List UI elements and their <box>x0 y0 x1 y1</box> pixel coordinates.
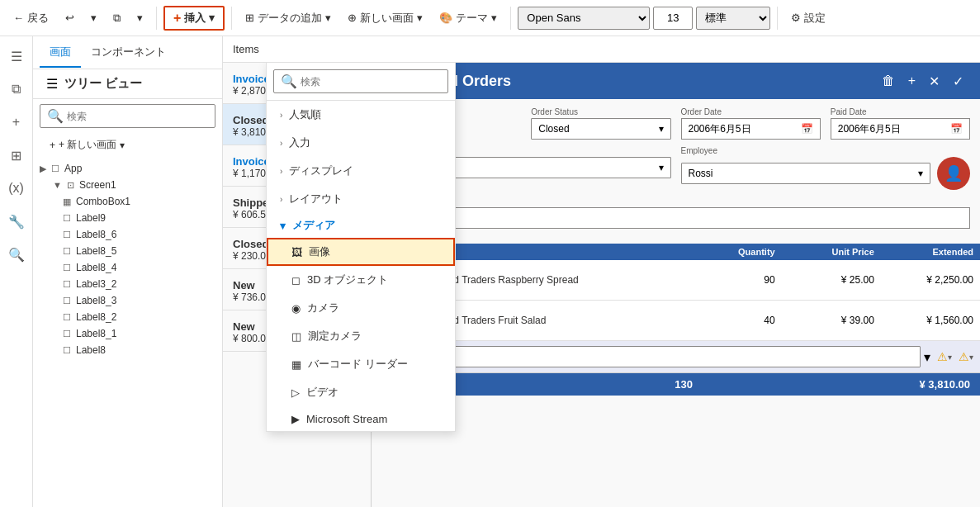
dropdown-section-media[interactable]: ▾ メディア <box>267 213 455 238</box>
tree-icon-label8-5: ☐ <box>63 246 71 257</box>
tree-item-label8-3[interactable]: ☐ Label8_3 <box>33 292 222 309</box>
new-screen-tree-btn[interactable]: + + 新しい画面 ▾ <box>40 135 215 155</box>
tree-arrow-app: ▶ <box>40 163 46 174</box>
tree-item-label8-5[interactable]: ☐ Label8_5 <box>33 243 222 259</box>
nw-confirm-btn[interactable]: ✓ <box>949 70 967 92</box>
canvas-area: Invoiced ¥ 2,870.00 › Closed ¥ 3,810.00 … <box>223 63 980 507</box>
dropdown-subitem-stream[interactable]: ▶ Microsoft Stream <box>267 406 455 431</box>
warning-icon-1: ⚠ <box>937 350 948 363</box>
new-screen-button[interactable]: ⊕ 新しい画面 ▾ <box>341 7 429 29</box>
order-status-field: Order Status Closed ▾ <box>531 107 670 140</box>
insert-button[interactable]: + 挿入 ▾ <box>163 6 225 31</box>
nw-close-btn[interactable]: ✕ <box>926 70 943 92</box>
dropdown-item-layout[interactable]: › レイアウト <box>267 185 455 213</box>
warning-chevron-1[interactable]: ▾ <box>948 353 952 362</box>
new-screen-tree-icon: + <box>50 140 55 151</box>
variables-icon-btn[interactable]: (x) <box>3 175 30 201</box>
tree-item-label8-4[interactable]: ☐ Label8_4 <box>33 259 222 276</box>
separator-1 <box>156 7 157 30</box>
product-row-2[interactable]: 🥗 Northwind Traders Fruit Salad 40 ¥ 39.… <box>372 301 980 341</box>
search-side-icon-btn[interactable]: 🔍 <box>3 241 30 268</box>
data-add-label: データの追加 <box>258 11 322 26</box>
tree-arrow-screen1: ▼ <box>53 180 62 190</box>
layers-icon-btn[interactable]: ⧉ <box>3 76 30 102</box>
font-size-input[interactable] <box>653 7 693 30</box>
dropdown-subitem-video[interactable]: ▷ ビデオ <box>267 378 455 406</box>
tab-component[interactable]: コンポーネント <box>81 38 176 68</box>
font-select[interactable]: Open Sans <box>518 7 650 30</box>
tab-screen[interactable]: 画面 <box>40 38 81 68</box>
notes-input[interactable] <box>381 207 970 229</box>
paid-date-input[interactable]: 2006年6月5日 📅 <box>831 118 970 140</box>
tree-item-combobox1[interactable]: ▦ ComboBox1 <box>33 193 222 210</box>
search-dropdown-icon[interactable]: ▾ <box>924 349 930 365</box>
dropdown-subitem-barcode[interactable]: ▦ バーコード リーダー <box>267 350 455 378</box>
tree-item-label9[interactable]: ☐ Label9 <box>33 210 222 226</box>
stream-icon: ▶ <box>291 413 300 425</box>
settings-icon: ⚙ <box>791 12 801 24</box>
separator-2 <box>231 7 232 30</box>
employee-select[interactable]: Rossi ▾ <box>681 163 931 184</box>
undo-button[interactable]: ↩ <box>59 8 81 27</box>
undo-dropdown[interactable]: ▾ <box>84 8 103 27</box>
tree-item-app[interactable]: ▶ ☐ App <box>33 160 222 177</box>
order-date-input[interactable]: 2006年6月5日 📅 <box>681 118 821 140</box>
tree-hamburger-icon[interactable]: ☰ <box>46 76 58 92</box>
dropdown-subitem-measure-camera[interactable]: ◫ 測定カメラ <box>267 322 455 350</box>
new-screen-icon: ⊕ <box>348 12 357 24</box>
tree-icon-label8-6: ☐ <box>63 230 71 240</box>
dropdown-label-layout: レイアウト <box>289 192 343 206</box>
order-status-select[interactable]: Closed ▾ <box>531 118 670 140</box>
theme-label: テーマ <box>456 11 488 26</box>
warning-chevron-2[interactable]: ▾ <box>969 353 973 362</box>
tree-item-label8-2[interactable]: ☐ Label8_2 <box>33 309 222 325</box>
nw-add-btn[interactable]: + <box>905 70 919 92</box>
add-icon-btn[interactable]: + <box>3 109 30 135</box>
paste-dropdown[interactable]: ▾ <box>130 8 149 27</box>
copy-icon: ⧉ <box>113 12 121 25</box>
tools-icon-btn[interactable]: 🔧 <box>3 208 30 235</box>
tree-icon-screen1: ⊡ <box>67 180 74 191</box>
arrow-icon-layout: › <box>280 195 282 204</box>
nw-header: Northwind Orders 🗑 + ✕ ✓ <box>372 63 980 99</box>
products-search-input[interactable] <box>378 346 921 367</box>
settings-button[interactable]: ⚙ 設定 <box>784 7 832 29</box>
dropdown-subitem-camera[interactable]: ◉ カメラ <box>267 294 455 322</box>
nw-delete-btn[interactable]: 🗑 <box>878 70 898 92</box>
items-tab-label[interactable]: Items <box>233 43 259 55</box>
order-status-label: Order Status <box>531 107 670 116</box>
style-select[interactable]: 標準 <box>696 7 770 30</box>
tree-item-screen1[interactable]: ▼ ⊡ Screen1 <box>33 177 222 193</box>
data-icon-btn[interactable]: ⊞ <box>3 142 30 168</box>
dropdown-subitem-image[interactable]: 🖼 画像 <box>267 238 455 266</box>
tree-item-label3-2[interactable]: ☐ Label3_2 <box>33 276 222 292</box>
copy-button[interactable]: ⧉ <box>107 8 127 28</box>
paid-calendar-icon: 📅 <box>950 123 963 135</box>
nw-form: Order Number 0937 Order Status Closed ▾ … <box>372 99 980 244</box>
employee-chevron: ▾ <box>918 168 923 179</box>
dropdown-item-display[interactable]: › ディスプレイ <box>267 157 455 185</box>
tree-search-input[interactable] <box>67 111 208 122</box>
tree-item-label8-1[interactable]: ☐ Label8_1 <box>33 325 222 342</box>
back-button[interactable]: ← 戻る <box>7 7 55 29</box>
order-date-value: 2006年6月5日 <box>689 122 751 136</box>
product-row-1[interactable]: 🍓 Northwind Traders Raspberry Spread 90 … <box>372 260 980 301</box>
tree-icon-label8: ☐ <box>63 345 71 356</box>
data-add-button[interactable]: ⊞ データの追加 ▾ <box>239 7 338 29</box>
tree-item-label8[interactable]: ☐ Label8 <box>33 342 222 358</box>
dropdown-item-popular[interactable]: › 人気順 <box>267 101 455 129</box>
tree-item-label8-6[interactable]: ☐ Label8_6 <box>33 226 222 243</box>
video-icon: ▷ <box>291 386 300 399</box>
notes-field: Notes <box>381 197 970 229</box>
data-add-chevron: ▾ <box>325 12 331 24</box>
dropdown-item-input[interactable]: › 入力 <box>267 129 455 157</box>
theme-icon: 🎨 <box>439 12 452 24</box>
hamburger-icon-btn[interactable]: ☰ <box>3 43 30 69</box>
dropdown-search-input[interactable] <box>301 76 441 88</box>
dropdown-label-input: 入力 <box>289 135 310 150</box>
new-screen-tree-chevron: ▾ <box>120 140 125 151</box>
dropdown-subitem-3d[interactable]: ◻ 3D オブジェクト <box>267 266 455 294</box>
product-qty-2: 40 <box>676 315 775 326</box>
theme-button[interactable]: 🎨 テーマ ▾ <box>433 7 504 29</box>
tree-items-list: ▶ ☐ App ▼ ⊡ Screen1 ▦ ComboBox1 ☐ Label9… <box>33 157 222 507</box>
